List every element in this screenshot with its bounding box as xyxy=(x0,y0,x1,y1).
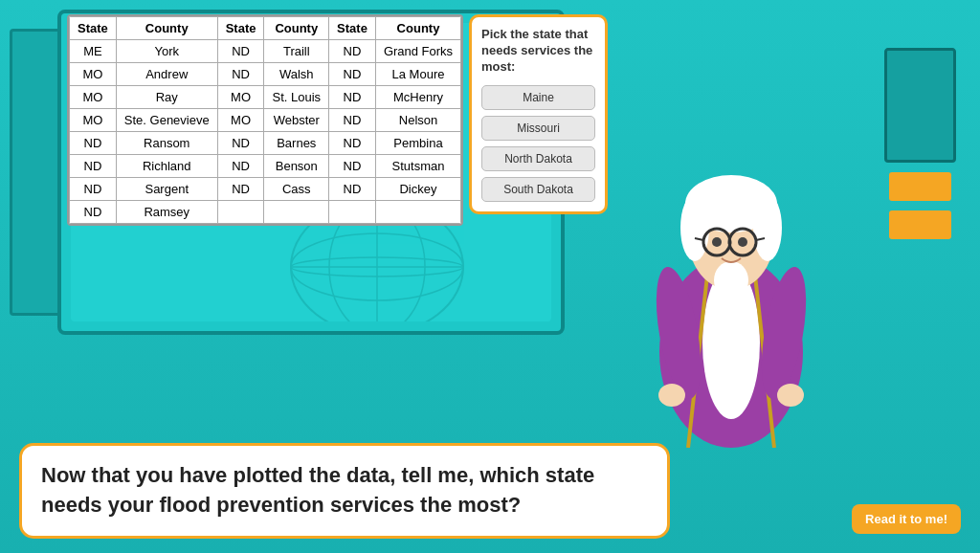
table-cell: ND xyxy=(217,132,264,155)
table-row: MOSte. GenevieveMOWebsterNDNelson xyxy=(70,109,461,132)
table-cell: ND xyxy=(329,132,376,155)
table-header: State xyxy=(217,17,264,40)
table-cell xyxy=(329,201,376,224)
table-cell: ME xyxy=(70,40,117,63)
table-cell xyxy=(375,201,460,224)
table-row: MORayMOSt. LouisNDMcHenry xyxy=(70,86,461,109)
table-body: MEYorkNDTraillNDGrand ForksMOAndrewNDWal… xyxy=(70,40,461,224)
table-cell: ND xyxy=(329,86,376,109)
character-svg xyxy=(626,103,836,448)
choice-button-south-dakota[interactable]: South Dakota xyxy=(481,177,595,202)
table-cell: ND xyxy=(217,155,264,178)
table-row: NDSargentNDCassNDDickey xyxy=(70,178,461,201)
table-cell: ND xyxy=(70,132,117,155)
table-cell: ND xyxy=(329,155,376,178)
table-cell: La Moure xyxy=(375,63,460,86)
svg-point-22 xyxy=(738,237,747,247)
data-table: StateCountyStateCountyStateCounty MEYork… xyxy=(69,16,461,224)
table-row: NDRichlandNDBensonNDStutsman xyxy=(70,155,461,178)
table-cell: Stutsman xyxy=(375,155,460,178)
table-cell: Barnes xyxy=(264,132,329,155)
speech-text: Now that you have plotted the data, tell… xyxy=(41,461,648,520)
deco-slot-1 xyxy=(889,172,951,201)
table-cell: Cass xyxy=(264,178,329,201)
choice-button-north-dakota[interactable]: North Dakota xyxy=(481,146,595,171)
table-cell: McHenry xyxy=(375,86,460,109)
question-box: Pick the state that needs services the m… xyxy=(469,14,608,214)
table-cell: Traill xyxy=(264,40,329,63)
table-cell: ND xyxy=(217,63,264,86)
table-header: County xyxy=(264,17,329,40)
table-cell: MO xyxy=(217,109,264,132)
table-row: NDRansomNDBarnesNDPembina xyxy=(70,132,461,155)
table-cell: ND xyxy=(70,155,117,178)
table-cell: Ransom xyxy=(116,132,217,155)
table-cell: ND xyxy=(217,178,264,201)
svg-point-15 xyxy=(714,261,748,299)
table-cell: Ray xyxy=(116,86,217,109)
wall-panel-right xyxy=(884,48,956,163)
table-cell: Ramsey xyxy=(116,201,217,224)
table-header-row: StateCountyStateCountyStateCounty xyxy=(70,17,461,40)
table-cell: MO xyxy=(70,86,117,109)
table-cell: St. Louis xyxy=(264,86,329,109)
table-cell: ND xyxy=(329,109,376,132)
table-cell: Sargent xyxy=(116,178,217,201)
table-cell: MO xyxy=(70,109,117,132)
table-cell: Pembina xyxy=(375,132,460,155)
choice-button-maine[interactable]: Maine xyxy=(481,85,595,110)
table-cell: Grand Forks xyxy=(375,40,460,63)
table-cell: Walsh xyxy=(264,63,329,86)
table-header: County xyxy=(116,17,217,40)
table-cell: Richland xyxy=(116,155,217,178)
table-cell xyxy=(264,201,329,224)
table-cell: Nelson xyxy=(375,109,460,132)
choices-container: MaineMissouriNorth DakotaSouth Dakota xyxy=(481,85,595,202)
table-header: County xyxy=(375,17,460,40)
table-cell: ND xyxy=(329,178,376,201)
table-row: MOAndrewNDWalshNDLa Moure xyxy=(70,63,461,86)
character xyxy=(626,103,836,448)
speech-bubble: Now that you have plotted the data, tell… xyxy=(19,443,670,539)
table-cell: ND xyxy=(329,40,376,63)
choice-button-missouri[interactable]: Missouri xyxy=(481,116,595,141)
table-cell: MO xyxy=(217,86,264,109)
table-cell: ND xyxy=(217,40,264,63)
table-cell: York xyxy=(116,40,217,63)
svg-point-26 xyxy=(777,384,804,407)
table-cell: Dickey xyxy=(375,178,460,201)
table-cell xyxy=(217,201,264,224)
table-cell: Webster xyxy=(264,109,329,132)
read-button[interactable]: Read it to me! xyxy=(852,504,961,534)
question-prompt: Pick the state that needs services the m… xyxy=(481,27,595,76)
svg-point-25 xyxy=(658,384,685,407)
svg-point-13 xyxy=(680,194,709,261)
table-cell: ND xyxy=(329,63,376,86)
deco-slot-2 xyxy=(889,210,951,239)
data-table-container: StateCountyStateCountyStateCounty MEYork… xyxy=(67,14,463,226)
table-cell: Andrew xyxy=(116,63,217,86)
table-cell: Benson xyxy=(264,155,329,178)
table-cell: ND xyxy=(70,178,117,201)
table-header: State xyxy=(70,17,117,40)
svg-point-14 xyxy=(753,194,782,261)
table-row: NDRamsey xyxy=(70,201,461,224)
table-cell: Ste. Genevieve xyxy=(116,109,217,132)
table-row: MEYorkNDTraillNDGrand Forks xyxy=(70,40,461,63)
svg-point-21 xyxy=(712,237,722,247)
table-header: State xyxy=(329,17,376,40)
table-cell: ND xyxy=(70,201,117,224)
table-cell: MO xyxy=(70,63,117,86)
